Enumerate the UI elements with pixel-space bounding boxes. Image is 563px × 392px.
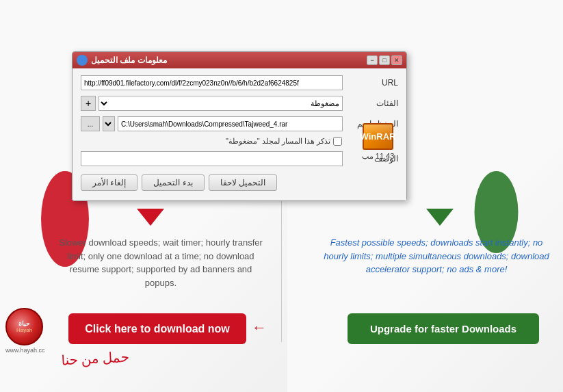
dialog-title-left: معلومات ملف التحميل — [77, 55, 167, 66]
dialog-title-controls: ✕ □ − — [367, 55, 402, 65]
arrow-down-right — [426, 209, 454, 226]
logo-url: www.hayah.cc — [5, 347, 45, 354]
file-size-text: 11.43 مب — [362, 152, 395, 161]
checkbox-label: تذكر هذا المسار لمجلد "مضغوطة" — [226, 137, 330, 146]
later-button[interactable]: التحميل لاحقا — [209, 174, 277, 191]
left-description: Slower download speeds; wait timer; hour… — [55, 236, 267, 289]
browse-button[interactable]: ... — [81, 116, 100, 131]
saveas-row: الحفظ باسم ... — [81, 116, 398, 131]
dialog-title-icon — [77, 55, 88, 66]
right-description: Fastest possible speeds; downloads start… — [324, 236, 549, 276]
logo-subtext: Hayah — [16, 327, 32, 333]
dialog-window: ✕ □ − معلومات ملف التحميل URL الفئات — [72, 51, 407, 201]
url-label: URL — [347, 78, 398, 88]
close-button[interactable]: ✕ — [391, 55, 402, 65]
description-input[interactable] — [81, 151, 343, 166]
checkbox-row: تذكر هذا المسار لمجلد "مضغوطة" — [81, 137, 398, 146]
upgrade-label: Upgrade for faster Downloads — [370, 323, 516, 335]
download-now-label: Click here to download now — [85, 323, 230, 335]
hayah-logo-circle: حياة Hayah — [5, 308, 43, 345]
category-label: الفئات — [347, 99, 398, 108]
download-now-button[interactable]: Click here to download now — [68, 313, 246, 344]
add-category-button[interactable]: + — [81, 96, 96, 111]
rar-icon: WinRAR — [363, 123, 393, 150]
main-container: ✕ □ − معلومات ملف التحميل URL الفئات — [0, 0, 563, 392]
description-row: الوصف — [81, 151, 398, 166]
dialog-titlebar: ✕ □ − معلومات ملف التحميل — [73, 52, 406, 68]
path-row: ... — [81, 116, 343, 131]
arrow-pointer: ← — [252, 319, 267, 337]
path-dropdown[interactable] — [103, 116, 115, 131]
logo-text: حياة — [16, 320, 32, 327]
category-select[interactable]: مضغوطة — [99, 96, 343, 111]
upgrade-button[interactable]: Upgrade for faster Downloads — [348, 313, 539, 344]
dialog-buttons: التحميل لاحقا بدء التحميل إلغاء الأمر — [81, 172, 398, 194]
category-select-row: مضغوطة + — [81, 96, 343, 111]
dialog-title-text: معلومات ملف التحميل — [91, 55, 167, 65]
rar-icon-area: WinRAR 11.43 مب — [359, 123, 397, 161]
path-input[interactable] — [118, 116, 343, 131]
hayah-logo: حياة Hayah www.hayah.cc — [5, 308, 45, 354]
arrow-down-left — [137, 209, 164, 226]
start-button[interactable]: بدء التحميل — [142, 174, 204, 191]
category-row: الفئات مضغوطة + — [81, 96, 398, 111]
url-row: URL — [81, 75, 398, 90]
maximize-button[interactable]: □ — [379, 55, 390, 65]
url-input[interactable] — [81, 75, 343, 90]
cancel-button[interactable]: إلغاء الأمر — [81, 174, 138, 191]
dialog-body: URL الفئات مضغوطة + الحفظ باسم — [73, 68, 406, 200]
left-text-section: Slower download speeds; wait timer; hour… — [55, 236, 267, 289]
remember-path-checkbox[interactable] — [333, 137, 342, 146]
minimize-button[interactable]: − — [367, 55, 378, 65]
right-text-section: Fastest possible speeds; downloads start… — [324, 236, 549, 276]
